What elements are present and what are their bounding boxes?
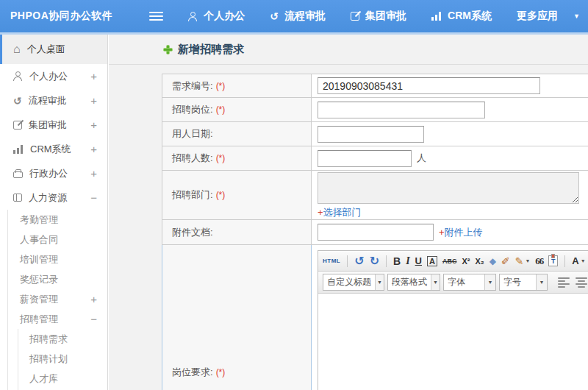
edit-icon (351, 12, 359, 21)
font-color-button[interactable]: A ▼ (572, 255, 585, 266)
person-icon (188, 12, 198, 21)
recruit-dept-textarea[interactable] (318, 172, 579, 204)
expand-toggle[interactable]: + (90, 70, 97, 82)
field-label-post-requirements: 岗位要求: (*) (162, 245, 312, 390)
hire-date-input[interactable] (318, 126, 424, 143)
underline-button[interactable]: U (415, 255, 422, 266)
label-text: 附件文档: (172, 226, 213, 239)
font-size-select[interactable]: 字号 ▼ (499, 274, 548, 291)
expand-toggle[interactable]: + (90, 167, 97, 180)
sidebar-item-salary-mgmt[interactable]: 薪资管理 + (0, 289, 107, 309)
sidebar-item-crm-system[interactable]: CRM系统 + (0, 137, 107, 161)
select-department-link[interactable]: +选择部门 (318, 206, 362, 219)
sidebar-item-recruit-plan[interactable]: 招聘计划 (0, 349, 107, 369)
expand-toggle[interactable]: + (90, 293, 97, 305)
link-text: 选择部门 (323, 207, 362, 218)
expand-toggle[interactable]: + (90, 118, 97, 131)
undo-button[interactable]: ↺ (354, 254, 364, 268)
sidebar-item-workflow-approval[interactable]: ↺ 流程审批 + (0, 88, 107, 113)
blockquote-button[interactable]: 66 (535, 255, 543, 267)
font-family-select[interactable]: 字体 ▼ (443, 274, 496, 291)
nav-item-personal-office[interactable]: 个人办公 (188, 10, 245, 23)
nav-item-more-apps[interactable]: 更多应用 ▼ (517, 10, 580, 23)
nav-item-label: CRM系统 (448, 10, 492, 23)
nav-item-workflow-approval[interactable]: ↺ 流程审批 (270, 10, 326, 23)
label-text: 岗位要求: (172, 366, 213, 379)
attachment-input[interactable] (318, 224, 434, 241)
chevron-down-icon: ▼ (375, 274, 384, 290)
toolbar-separator (564, 255, 565, 267)
pen-color-button[interactable]: ✎ ▼ (515, 255, 531, 267)
expand-toggle[interactable]: − (90, 313, 97, 325)
nav-item-group-approval[interactable]: 集团审批 (351, 10, 406, 23)
sidebar: ⌂ 个人桌面 个人办公 + ↺ 流程审批 + 集团审批 + CRM系统 + 行政… (0, 35, 108, 390)
recruit-count-input[interactable] (318, 150, 412, 167)
paragraph-format-select[interactable]: 段落格式 ▼ (387, 274, 440, 291)
app-logo[interactable]: PHPOA协同办公软件 (10, 10, 112, 23)
bold-button[interactable]: B (393, 255, 401, 267)
eraser-button[interactable]: ◆ (490, 256, 496, 266)
indent-guide (7, 210, 8, 390)
field-label-recruit-dept: 招聘部门: (*) (162, 171, 312, 219)
label-text: 招聘岗位: (172, 103, 213, 116)
recruitment-form-table: 需求编号: (*) 招聘岗位: (*) 用人日期: (162, 74, 588, 390)
sidebar-item-admin-office[interactable]: 行政办公 + (0, 161, 107, 185)
custom-title-select[interactable]: 自定义标题 ▼ (323, 274, 384, 291)
attachment-upload-link[interactable]: +附件上传 (439, 226, 483, 239)
chevron-down-icon: ▼ (573, 13, 580, 20)
html-source-button[interactable]: HTML (323, 258, 340, 264)
nav-item-crm-system[interactable]: CRM系统 (431, 10, 492, 23)
required-marker: (*) (216, 367, 226, 377)
page-title-text: 新增招聘需求 (178, 43, 244, 57)
chevron-down-icon: ▼ (484, 274, 495, 290)
align-left-button[interactable] (558, 277, 570, 288)
sidebar-item-reward-punishment[interactable]: 奖惩记录 (0, 269, 107, 289)
autotypeset-button[interactable]: A (427, 256, 437, 266)
superscript-button[interactable]: X² (462, 257, 470, 266)
field-value-cell (312, 74, 588, 97)
editor-content[interactable] (318, 294, 588, 390)
sidebar-item-label: 培训管理 (20, 253, 58, 266)
italic-button[interactable]: I (406, 255, 409, 267)
sidebar-item-talent-pool[interactable]: 人才库 (0, 369, 107, 389)
sidebar-item-training-mgmt[interactable]: 培训管理 (0, 249, 107, 269)
required-marker: (*) (216, 153, 226, 163)
sidebar-item-group-approval[interactable]: 集团审批 + (0, 113, 107, 137)
format-painter-button[interactable]: ✐ (501, 255, 510, 267)
alignment-buttons (558, 277, 588, 288)
font-color-label: A (572, 255, 578, 266)
top-navbar: PHPOA协同办公软件 个人办公 ↺ 流程审批 集团审批 CRM系统 更多应用 … (0, 0, 588, 35)
sidebar-item-recruit-mgmt[interactable]: 招聘管理 − (0, 309, 107, 329)
book-icon (13, 194, 22, 202)
label-text: 需求编号: (172, 79, 213, 93)
expand-toggle[interactable]: − (90, 191, 97, 204)
form-row: 用人日期: (162, 122, 588, 146)
recruit-post-input[interactable] (318, 102, 485, 118)
toolbar-separator (347, 255, 348, 267)
main-content: 新增招聘需求 需求编号: (*) 招聘岗位: (*) 用人日期: (109, 35, 588, 390)
strikethrough-button[interactable]: ABC (442, 258, 457, 265)
content-header: 新增招聘需求 (109, 35, 588, 65)
required-marker: (*) (216, 104, 226, 115)
pen-icon: ✎ (515, 255, 524, 267)
sidebar-item-personal-office[interactable]: 个人办公 + (0, 64, 107, 88)
subscript-button[interactable]: X₂ (475, 257, 484, 266)
sidebar-item-personal-desktop[interactable]: ⌂ 个人桌面 (0, 35, 107, 64)
chevron-down-icon: ▼ (581, 258, 586, 263)
redo-button[interactable]: ↻ (370, 254, 379, 268)
sidebar-item-attendance-mgmt[interactable]: 考勤管理 (0, 210, 107, 230)
paste-button[interactable]: T (548, 255, 558, 266)
align-center-button[interactable] (576, 277, 587, 288)
plus-icon: + (318, 207, 323, 218)
sidebar-item-label: 流程审批 (29, 94, 67, 107)
expand-toggle[interactable]: + (90, 143, 97, 155)
sidebar-item-human-resources[interactable]: 人力资源 − (0, 185, 107, 210)
demand-no-input[interactable] (318, 77, 540, 94)
sidebar-item-recruit-demand[interactable]: 招聘需求 (0, 329, 107, 349)
hamburger-icon[interactable] (149, 12, 163, 21)
sidebar-item-label: CRM系统 (30, 143, 71, 156)
sidebar-item-personnel-contract[interactable]: 人事合同 (0, 230, 107, 249)
expand-toggle[interactable]: + (90, 94, 97, 107)
field-label-attachment: 附件文档: (162, 220, 312, 244)
rich-text-editor: HTML ↺ ↻ B I U A ABC X² X₂ ◆ ✐ (318, 250, 588, 390)
